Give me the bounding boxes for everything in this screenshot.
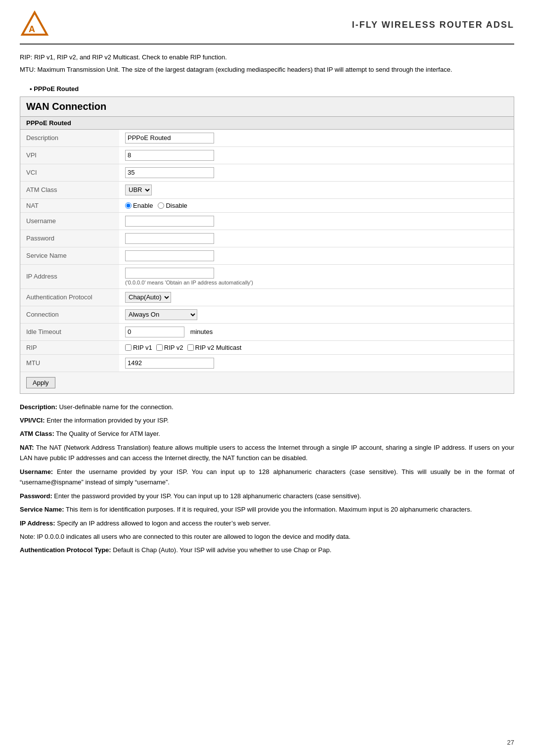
desc-vpivci: VPI/VCI: Enter the information provided … [20, 415, 514, 425]
row-value-description [119, 130, 514, 147]
ip-address-input[interactable] [125, 268, 214, 279]
logo-icon: A [20, 10, 49, 40]
row-label-mtu: MTU [20, 354, 119, 372]
desc-description: Description: User-definable name for the… [20, 402, 514, 412]
rip-v2-label[interactable]: RIP v2 [156, 344, 183, 351]
auth-protocol-select[interactable]: Chap(Auto) PAP CHAP [125, 292, 171, 303]
nat-enable-label[interactable]: Enable [125, 202, 153, 209]
row-label-description: Description [20, 130, 119, 147]
page-header: A I-FLY WIRELESS ROUTER ADSL [20, 10, 514, 45]
row-label-atm: ATM Class [20, 181, 119, 198]
service-name-input[interactable] [125, 250, 214, 261]
table-row: Connection Always On Connect on Demand M… [20, 306, 514, 323]
nat-enable-radio[interactable] [125, 202, 132, 209]
rip-v1-label[interactable]: RIP v1 [125, 344, 152, 351]
row-value-password [119, 230, 514, 247]
row-value-vpi [119, 146, 514, 164]
wan-table: Description VPI VCI [20, 130, 514, 372]
vci-input[interactable] [125, 167, 214, 178]
desc-ip: IP Address: Specify an IP address allowe… [20, 518, 514, 528]
wan-connection-box: WAN Connection PPPoE Routed Description … [20, 96, 514, 394]
mtu-input[interactable] [125, 358, 214, 369]
row-value-atm: UBR CBR VBR [119, 181, 514, 198]
apply-row: Apply [20, 372, 514, 393]
page-number: 27 [507, 739, 514, 746]
description-input[interactable] [125, 133, 214, 143]
row-value-auth: Chap(Auto) PAP CHAP [119, 288, 514, 306]
row-value-service-name [119, 247, 514, 264]
row-label-vpi: VPI [20, 146, 119, 164]
pppoe-bullet-label: PPPoE Routed [30, 85, 514, 93]
table-row: Authentication Protocol Chap(Auto) PAP C… [20, 288, 514, 306]
table-row: VCI [20, 164, 514, 181]
rip-v2-multicast-label[interactable]: RIP v2 Multicast [187, 344, 242, 351]
row-value-rip: RIP v1 RIP v2 RIP v2 Multicast [119, 340, 514, 354]
row-label-vci: VCI [20, 164, 119, 181]
table-row: NAT Enable Disable [20, 198, 514, 212]
row-label-username: Username [20, 212, 119, 230]
password-input[interactable] [125, 233, 214, 244]
descriptions-section: Description: User-definable name for the… [20, 402, 514, 556]
rip-v1-checkbox[interactable] [125, 344, 132, 351]
table-row: MTU [20, 354, 514, 372]
wan-subtitle: PPPoE Routed [20, 117, 514, 130]
row-label-rip: RIP [20, 340, 119, 354]
idle-timeout-input[interactable] [125, 327, 184, 337]
rip-description: RIP: RIP v1, RIP v2, and RIP v2 Multicas… [20, 52, 514, 63]
row-value-username [119, 212, 514, 230]
table-row: Username [20, 212, 514, 230]
table-row: VPI [20, 146, 514, 164]
desc-atm: ATM Class: The Quality of Service for AT… [20, 428, 514, 439]
table-row: Service Name [20, 247, 514, 264]
connection-select[interactable]: Always On Connect on Demand Manual [125, 309, 197, 320]
rip-checkbox-group: RIP v1 RIP v2 RIP v2 Multicast [125, 344, 508, 351]
row-label-password: Password [20, 230, 119, 247]
pppoe-bullet-section: PPPoE Routed WAN Connection PPPoE Routed… [20, 85, 514, 394]
ip-note: ('0.0.0.0' means 'Obtain an IP address a… [125, 280, 508, 285]
header-title: I-FLY WIRELESS ROUTER ADSL [352, 20, 514, 30]
wan-title: WAN Connection [20, 97, 514, 117]
table-row: RIP RIP v1 RIP v2 RIP v2 Multicast [20, 340, 514, 354]
desc-nat: NAT: The NAT (Network Address Translatio… [20, 442, 514, 464]
atm-class-select[interactable]: UBR CBR VBR [125, 185, 152, 195]
row-label-ip: IP Address [20, 264, 119, 288]
desc-ip-note: Note: IP 0.0.0.0 indicates all users who… [20, 531, 514, 542]
desc-password: Password: Enter the password provided by… [20, 491, 514, 501]
nat-disable-radio[interactable] [158, 202, 164, 209]
mtu-description: MTU: Maximum Transmission Unit. The size… [20, 65, 514, 75]
intro-section: RIP: RIP v1, RIP v2, and RIP v2 Multicas… [20, 52, 514, 75]
table-row: Description [20, 130, 514, 147]
apply-button[interactable]: Apply [26, 377, 55, 388]
nat-disable-label[interactable]: Disable [158, 202, 187, 209]
row-label-service-name: Service Name [20, 247, 119, 264]
desc-service-name: Service Name: This item is for identific… [20, 504, 514, 515]
desc-auth: Authentication Protocol Type: Default is… [20, 545, 514, 555]
desc-username: Username: Enter the username provided by… [20, 467, 514, 488]
vpi-input[interactable] [125, 150, 214, 161]
table-row: Idle Timeout minutes [20, 323, 514, 340]
row-value-nat: Enable Disable [119, 198, 514, 212]
table-row: ATM Class UBR CBR VBR [20, 181, 514, 198]
row-value-idle: minutes [119, 323, 514, 340]
rip-v2-multicast-checkbox[interactable] [187, 344, 194, 351]
row-label-connection: Connection [20, 306, 119, 323]
rip-v2-checkbox[interactable] [156, 344, 163, 351]
username-input[interactable] [125, 216, 214, 227]
table-row: IP Address ('0.0.0.0' means 'Obtain an I… [20, 264, 514, 288]
svg-text:A: A [29, 24, 35, 34]
row-label-idle: Idle Timeout [20, 323, 119, 340]
table-row: Password [20, 230, 514, 247]
row-value-connection: Always On Connect on Demand Manual [119, 306, 514, 323]
idle-timeout-unit: minutes [190, 328, 213, 335]
row-value-vci [119, 164, 514, 181]
row-value-mtu [119, 354, 514, 372]
row-label-auth: Authentication Protocol [20, 288, 119, 306]
row-label-nat: NAT [20, 198, 119, 212]
row-value-ip: ('0.0.0.0' means 'Obtain an IP address a… [119, 264, 514, 288]
nat-radio-group: Enable Disable [125, 202, 508, 209]
